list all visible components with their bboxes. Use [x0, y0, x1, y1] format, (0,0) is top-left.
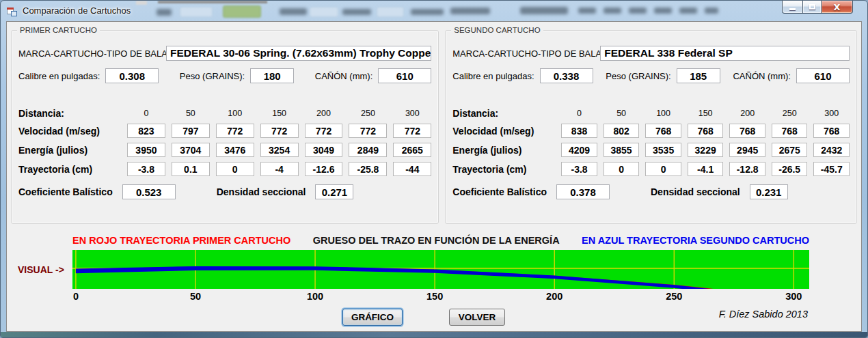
peso-label: Peso (GRAINS):	[180, 71, 245, 81]
x-axis-tick: 200	[546, 291, 562, 302]
marca-input[interactable]: FEDERAL 338 Federal SP	[600, 46, 850, 61]
energy-value-box[interactable]: 2675	[772, 143, 808, 157]
trajectory-value-box[interactable]: 0	[645, 162, 681, 176]
x-axis-tick: 0	[73, 291, 79, 302]
distance-header: 0	[561, 109, 597, 118]
energy-value-box[interactable]: 2432	[813, 143, 850, 157]
energy-value-box[interactable]: 2665	[393, 143, 431, 157]
trajectory-value-box[interactable]: -25.8	[349, 162, 387, 176]
glass-blur-artifact	[603, 8, 621, 14]
glass-blur-artifact	[578, 8, 596, 14]
groupbox-title: SEGUNDO CARTUCHO	[451, 26, 543, 34]
trajectory-plot-svg	[72, 250, 809, 289]
close-button[interactable]: X	[822, 1, 853, 14]
volver-button[interactable]: VOLVER	[449, 309, 505, 326]
minimize-button[interactable]	[782, 1, 802, 14]
energy-value-box[interactable]: 3855	[603, 143, 640, 157]
trajectory-value-box[interactable]: -12.8	[729, 162, 765, 176]
background-window-artifact	[158, 1, 267, 3]
trajectory-value-box[interactable]: 0.1	[172, 162, 210, 176]
glass-blur-artifact	[411, 9, 444, 15]
energy-value-box[interactable]: 3476	[216, 143, 254, 157]
energy-row: Energía (julios) 39503704347632543049284…	[18, 143, 431, 157]
energy-value-box[interactable]: 3704	[172, 143, 210, 157]
glass-blur-artifact	[679, 8, 697, 14]
maximize-button[interactable]	[802, 1, 822, 14]
button-row: GRÁFICO VOLVER F. Díez Sabido 2013	[10, 307, 858, 328]
distance-header: 300	[813, 109, 850, 118]
coeficiente-label: Coeficiente Balístico	[18, 186, 113, 197]
calibre-input[interactable]: 0.308	[105, 68, 159, 83]
visual-label: VISUAL ->	[10, 250, 72, 289]
glass-blur-artifact	[705, 8, 718, 14]
energy-value-box[interactable]: 3049	[305, 143, 343, 157]
energy-value-box[interactable]: 3229	[688, 143, 724, 157]
trajectory-value-box[interactable]: -3.8	[561, 162, 597, 176]
energy-value-box[interactable]: 3950	[127, 143, 165, 157]
velocity-value-box[interactable]: 802	[603, 124, 640, 138]
velocity-row: Velocidad (m/seg) 823797772772772772772	[18, 124, 431, 138]
coeficiente-input[interactable]: 0.378	[556, 184, 610, 199]
energy-value-box[interactable]: 2849	[349, 143, 387, 157]
trajectory-value-box[interactable]: 0	[216, 162, 254, 176]
distance-header: 0	[127, 109, 165, 118]
distance-header: 250	[772, 109, 808, 118]
trajectory-value-box[interactable]: -45.7	[813, 162, 850, 176]
peso-input[interactable]: 180	[250, 68, 294, 83]
energy-value-box[interactable]: 2945	[729, 143, 765, 157]
velocidad-label: Velocidad (m/seg)	[18, 126, 121, 137]
marca-label: MARCA-CARTUCHO-TIPO DE BALA	[452, 48, 600, 59]
velocity-row: Velocidad (m/seg) 838802768768768768768	[452, 124, 850, 138]
densidad-input[interactable]: 0.231	[750, 184, 788, 199]
distance-header: 200	[729, 109, 765, 118]
legend-thickness-energy: GRUESO DEL TRAZO EN FUNCIÓN DE LA ENERGÍ…	[313, 235, 560, 246]
distance-header: 150	[688, 109, 724, 118]
calibre-label: Calibre en pulgadas:	[18, 71, 100, 81]
velocity-value-box[interactable]: 772	[349, 124, 387, 138]
velocity-value-box[interactable]: 797	[172, 124, 210, 138]
trajectory-value-box[interactable]: -4	[260, 162, 299, 176]
velocity-value-box[interactable]: 823	[127, 124, 165, 138]
glass-blur-artifact	[310, 7, 338, 17]
app-icon	[7, 5, 18, 16]
canon-input[interactable]: 610	[378, 68, 431, 83]
velocity-value-box[interactable]: 772	[305, 124, 343, 138]
distance-header-row: Distancia: 050100150200250300	[452, 108, 850, 119]
glass-blur-artifact	[180, 7, 213, 17]
energy-value-box[interactable]: 4209	[561, 143, 597, 157]
marca-input[interactable]: FEDERAL 30-06 Spring. (7.62x63mm) Trophy…	[166, 46, 431, 61]
coeficiente-input[interactable]: 0.523	[122, 184, 176, 199]
trajectory-value-box[interactable]: -26.5	[772, 162, 808, 176]
velocity-value-box[interactable]: 838	[561, 124, 597, 138]
x-axis: 050100150200250300	[72, 291, 809, 306]
trajectory-value-box[interactable]: -3.8	[127, 162, 165, 176]
trajectory-value-box[interactable]: -4.1	[688, 162, 724, 176]
velocity-value-box[interactable]: 768	[772, 124, 808, 138]
x-axis-tick: 300	[785, 291, 802, 302]
glass-blur-artifact	[450, 8, 490, 14]
trajectory-value-box[interactable]: -12.6	[305, 162, 343, 176]
legend-red-trajectory: EN ROJO TRAYECTORIA PRIMER CARTUCHO	[72, 235, 290, 246]
velocity-value-box[interactable]: 768	[688, 124, 724, 138]
x-axis-tick: 250	[666, 291, 682, 302]
trajectory-value-box[interactable]: 0	[603, 162, 640, 176]
close-icon: X	[833, 2, 840, 12]
canon-input[interactable]: 610	[796, 68, 850, 83]
energy-value-box[interactable]: 3254	[260, 143, 299, 157]
velocity-value-box[interactable]: 772	[393, 124, 431, 138]
distancia-label: Distancia:	[18, 108, 121, 119]
calibre-input[interactable]: 0.338	[540, 68, 593, 83]
densidad-input[interactable]: 0.271	[315, 184, 353, 199]
trajectory-value-box[interactable]: -44	[393, 162, 431, 176]
velocity-value-box[interactable]: 768	[645, 124, 681, 138]
velocity-value-box[interactable]: 772	[260, 124, 299, 138]
grafico-button[interactable]: GRÁFICO	[342, 309, 403, 326]
peso-input[interactable]: 185	[677, 68, 720, 83]
peso-label: Peso (GRAINS):	[606, 71, 670, 81]
velocity-value-box[interactable]: 768	[813, 124, 850, 138]
distancia-label: Distancia:	[452, 108, 555, 119]
energy-value-box[interactable]: 3535	[645, 143, 681, 157]
velocity-value-box[interactable]: 772	[216, 124, 254, 138]
velocity-value-box[interactable]: 768	[729, 124, 765, 138]
title-bar[interactable]: Comparación de Cartuchos X	[1, 1, 867, 21]
